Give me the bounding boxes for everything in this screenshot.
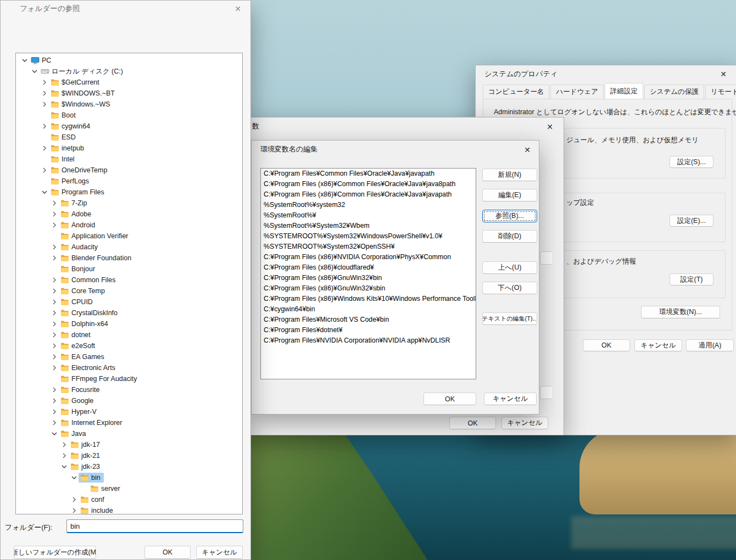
path-item[interactable]: C:¥Program Files (x86)¥GnuWin32¥sbin — [261, 283, 476, 294]
tree-item[interactable]: Dolphin-x64 — [16, 318, 242, 329]
tree-item[interactable]: Common Files — [16, 275, 242, 285]
folder-tree[interactable]: PCローカル ディスク (C:)$GetCurrent$WINDOWS.~BT$… — [15, 53, 243, 514]
chevron-right-icon[interactable] — [70, 495, 79, 504]
tree-item[interactable]: $Windows.~WS — [16, 99, 242, 110]
tree-item[interactable]: Intel — [16, 154, 242, 165]
new-folder-button[interactable]: 新しいフォルダーの作成(M) — [14, 546, 96, 559]
chevron-right-icon[interactable] — [50, 254, 59, 262]
path-item[interactable]: %SystemRoot%¥ — [261, 210, 476, 221]
tree-item[interactable]: Program Files — [16, 187, 242, 198]
chevron-down-icon[interactable] — [40, 188, 49, 197]
tree-item[interactable]: bin — [16, 472, 242, 483]
browse-button[interactable]: 参照(B)... — [482, 210, 537, 222]
chevron-down-icon[interactable] — [60, 462, 69, 471]
path-item[interactable]: C:¥cygwin64¥bin — [261, 304, 476, 315]
tab-computer-name[interactable]: コンピューター名 — [483, 85, 549, 99]
ok-button[interactable]: OK — [144, 546, 191, 559]
chevron-right-icon[interactable] — [40, 166, 49, 175]
chevron-right-icon[interactable] — [50, 385, 59, 394]
tree-item[interactable]: Electronic Arts — [16, 362, 242, 373]
cancel-button[interactable]: キャンセル — [501, 417, 548, 429]
path-item[interactable]: C:¥Program Files (x86)¥Windows Kits¥10¥W… — [261, 294, 476, 304]
tree-item[interactable]: $WINDOWS.~BT — [16, 88, 242, 99]
ok-button[interactable]: OK — [423, 393, 476, 405]
tree-item[interactable]: Java — [16, 428, 242, 439]
path-item[interactable]: C:¥Program Files (x86)¥Common Files¥Orac… — [261, 189, 476, 200]
tree-item[interactable]: include — [16, 505, 242, 514]
tree-item[interactable]: Android — [16, 220, 242, 231]
delete-button[interactable]: 削除(D) — [482, 230, 537, 243]
close-icon[interactable]: ✕ — [519, 144, 536, 156]
cancel-button[interactable]: キャンセル — [196, 546, 243, 559]
chevron-right-icon[interactable] — [50, 363, 59, 372]
tree-item[interactable]: dotnet — [16, 329, 242, 340]
chevron-right-icon[interactable] — [50, 298, 59, 306]
chevron-right-icon[interactable] — [60, 451, 69, 460]
path-list[interactable]: C:¥Program Files¥Common Files¥Oracle¥Jav… — [260, 168, 476, 379]
path-item[interactable]: C:¥Program Files (x86)¥GnuWin32¥bin — [261, 273, 476, 283]
tree-item[interactable]: ESD — [16, 132, 242, 143]
tree-item[interactable]: Audacity — [16, 242, 242, 253]
close-icon[interactable]: ✕ — [542, 121, 558, 133]
chevron-right-icon[interactable] — [50, 341, 59, 350]
startup-recovery-settings-button[interactable]: 設定(T) — [670, 273, 713, 285]
chevron-right-icon[interactable] — [50, 331, 59, 339]
tree-item[interactable]: Adobe — [16, 209, 242, 220]
chevron-down-icon[interactable] — [30, 67, 39, 76]
chevron-right-icon[interactable] — [40, 78, 49, 87]
tree-item[interactable]: OneDriveTemp — [16, 165, 242, 176]
chevron-right-icon[interactable] — [40, 122, 49, 131]
path-item[interactable]: %SYSTEMROOT%¥System32¥WindowsPowerShell¥… — [261, 231, 476, 242]
chevron-right-icon[interactable] — [50, 418, 59, 427]
cancel-button[interactable]: キャンセル — [634, 339, 682, 351]
path-item[interactable]: C:¥Program Files (x86)¥NVIDIA Corporatio… — [261, 252, 476, 262]
tree-item[interactable]: Focusrite — [16, 384, 242, 395]
chevron-right-icon[interactable] — [50, 396, 59, 405]
tree-item[interactable]: jdk-23 — [16, 461, 242, 472]
tree-item[interactable]: PC — [16, 55, 242, 66]
chevron-down-icon[interactable] — [70, 473, 79, 482]
tree-item[interactable]: Blender Foundation — [16, 253, 242, 264]
tree-item[interactable]: Hyper-V — [16, 406, 242, 417]
apply-button[interactable]: 適用(A) — [686, 339, 734, 351]
tree-item[interactable]: $GetCurrent — [16, 77, 242, 88]
tree-item[interactable]: ローカル ディスク (C:) — [16, 66, 242, 77]
chevron-right-icon[interactable] — [60, 440, 69, 449]
tree-item[interactable]: 7-Zip — [16, 198, 242, 209]
chevron-right-icon[interactable] — [50, 276, 59, 284]
chevron-right-icon[interactable] — [50, 199, 59, 208]
tree-item[interactable]: server — [16, 483, 242, 494]
folder-name-input[interactable] — [66, 519, 243, 533]
tab-hardware[interactable]: ハードウェア — [550, 85, 603, 99]
edit-button[interactable]: 編集(E) — [482, 189, 537, 201]
path-item[interactable]: C:¥Program Files¥NVIDIA Corporation¥NVID… — [261, 335, 476, 346]
path-item[interactable]: C:¥Program Files¥Microsoft VS Code¥bin — [261, 315, 476, 325]
tree-item[interactable]: Core Temp — [16, 285, 242, 296]
path-item[interactable]: C:¥Program Files¥dotnet¥ — [261, 325, 476, 335]
path-item[interactable]: C:¥Program Files (x86)¥cloudflared¥ — [261, 262, 476, 273]
tab-advanced[interactable]: 詳細設定 — [605, 83, 643, 99]
ok-button[interactable]: OK — [449, 417, 496, 429]
tree-item[interactable]: jdk-17 — [16, 439, 242, 450]
tree-item[interactable]: FFmpeg For Audacity — [16, 373, 242, 384]
chevron-right-icon[interactable] — [50, 210, 59, 219]
chevron-right-icon[interactable] — [50, 320, 59, 328]
tree-item[interactable]: Bonjour — [16, 264, 242, 275]
tree-item[interactable]: inetpub — [16, 143, 242, 154]
tab-remote[interactable]: リモート — [705, 85, 736, 99]
close-icon[interactable]: ✕ — [230, 3, 246, 15]
chevron-right-icon[interactable] — [40, 144, 49, 153]
user-profiles-settings-button[interactable]: 設定(E)... — [670, 215, 713, 227]
new-button[interactable]: 新規(N) — [482, 169, 537, 181]
move-down-button[interactable]: 下へ(O) — [482, 282, 537, 294]
path-item[interactable]: %SystemRoot%¥system32 — [261, 200, 476, 210]
chevron-right-icon[interactable] — [40, 89, 49, 98]
tree-item[interactable]: Boot — [16, 110, 242, 121]
performance-settings-button[interactable]: 設定(S)... — [670, 156, 713, 168]
chevron-right-icon[interactable] — [50, 221, 59, 229]
ok-button[interactable]: OK — [583, 339, 630, 351]
path-item[interactable]: C:¥Program Files¥Common Files¥Oracle¥Jav… — [261, 169, 476, 179]
environment-variables-button[interactable]: 環境変数(N)... — [641, 306, 720, 318]
tree-item[interactable]: CPUID — [16, 296, 242, 307]
close-icon[interactable]: ✕ — [715, 68, 732, 80]
